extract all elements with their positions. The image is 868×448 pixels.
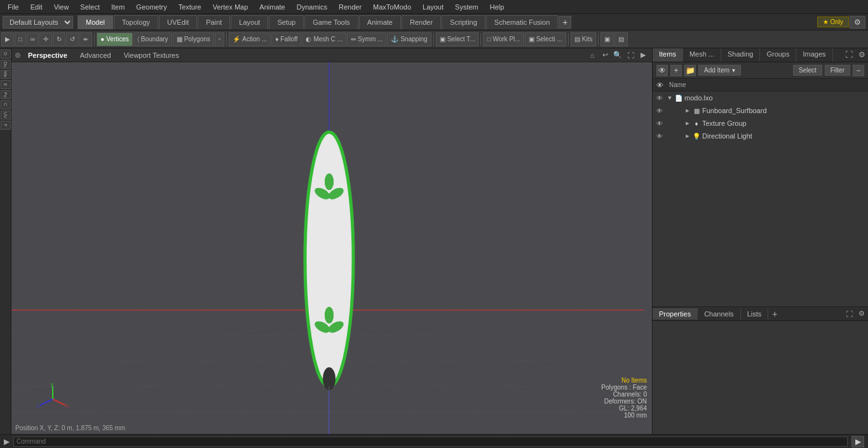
tab-scripting[interactable]: Scripting [442,15,485,29]
tab-paint[interactable]: Paint [198,15,230,29]
items-filter-button[interactable]: Filter [825,65,850,76]
menu-help[interactable]: Help [485,2,510,12]
vp-icon-expand[interactable]: ⛶ [625,50,635,60]
menu-animate[interactable]: Animate [254,2,290,12]
lt-f[interactable]: F [1,121,11,130]
menu-layout[interactable]: Layout [417,2,449,12]
lt-mesh[interactable]: Me [1,70,11,79]
viewport-tab-perspective[interactable]: Perspective [23,50,72,60]
viewport-tab-advanced[interactable]: Advanced [75,50,116,60]
tab-topology[interactable]: Topology [114,15,158,29]
items-gear-btn[interactable]: ⚙ [855,48,868,61]
menu-texture[interactable]: Texture [173,2,207,12]
menu-maxtomodo[interactable]: MaxToModo [368,2,416,12]
props-add-button[interactable]: + [768,308,781,320]
menu-dynamics[interactable]: Dynamics [292,2,332,12]
tab-channels[interactable]: Channels [698,308,740,320]
menu-render[interactable]: Render [334,2,367,12]
tool-select-arrow[interactable]: ▶ [1,32,14,46]
tab-properties[interactable]: Properties [653,308,698,320]
cmd-send-button[interactable]: ▶ [851,436,864,447]
item-expand-1[interactable]: ► [684,106,691,115]
tool-view2[interactable]: ▤ [614,32,628,46]
tool-scale[interactable]: ↞ [79,32,92,46]
lt-dup[interactable]: Du [1,60,11,69]
tab-render[interactable]: Render [402,15,441,29]
tab-animate[interactable]: Animate [359,15,401,29]
viewport-dot[interactable] [15,53,20,58]
item-expand-0[interactable]: ▼ [667,93,673,102]
viewport-tab-textures[interactable]: Viewport Textures [119,50,184,60]
lt-d[interactable]: D [1,50,11,58]
vp-icon-zoom[interactable]: 🔍 [613,50,623,60]
lt-e[interactable]: E [1,80,11,89]
menu-select[interactable]: Select [75,2,105,12]
tool-vertices[interactable]: ● Vertices [97,32,133,46]
items-folder-icon[interactable]: 📁 [684,65,696,76]
tool-rotate-cw[interactable]: ↻ [53,32,65,46]
layout-star-button[interactable]: ★ Only [817,17,849,27]
items-eye-toggle[interactable]: 👁 [656,65,668,76]
items-select-button[interactable]: Select [793,65,822,76]
tool-select-t[interactable]: ▣ Select T... [436,32,479,46]
tool-selecti[interactable]: ▣ Selecti ... [525,32,566,46]
items-expand-btn[interactable]: ⛶ [843,48,855,61]
vp-icon-home[interactable]: ⌂ [587,50,597,60]
tab-model[interactable]: Model [78,15,113,29]
item-eye-3[interactable]: 👁 [655,132,664,140]
item-eye-2[interactable]: 👁 [655,119,664,128]
tab-gametools[interactable]: Game Tools [304,15,358,29]
menu-file[interactable]: File [3,2,24,12]
layout-gear-button[interactable]: ⚙ [850,16,865,29]
tab-items[interactable]: Items [653,48,683,62]
menu-vertexmap[interactable]: Vertex Map [208,2,254,12]
lt-c[interactable]: C [1,100,11,109]
layout-select[interactable]: Default Layouts [3,16,73,29]
tool-action[interactable]: ⚡ Action ... [229,32,271,46]
command-input[interactable] [13,437,848,447]
items-minus-btn[interactable]: − [853,65,864,76]
tool-move[interactable]: ✛ [39,32,52,46]
tool-symm[interactable]: ⇔ Symm ... [347,32,386,46]
lt-pol[interactable]: Po [1,90,11,99]
props-gear-btn[interactable]: ⚙ [855,308,868,320]
items-add-icon[interactable]: + [670,65,682,76]
list-item[interactable]: 👁 ► ▩ Funboard_Surfboard [653,104,868,117]
tab-mesh[interactable]: Mesh ... [683,48,721,62]
tab-schematic-fusion[interactable]: Schematic Fusion [486,15,558,29]
tool-rotate-ccw[interactable]: ↺ [66,32,79,46]
lt-uv[interactable]: UV [1,111,11,119]
tab-setup[interactable]: Setup [269,15,304,29]
item-eye-1[interactable]: 👁 [655,106,664,115]
tab-uvedit[interactable]: UVEdit [159,15,197,29]
tool-falloff[interactable]: ♦ Falloff [271,32,301,46]
item-expand-2[interactable]: ► [684,119,691,128]
vp-icon-undo[interactable]: ↩ [600,50,610,60]
layout-add-button[interactable]: + [559,16,571,29]
tab-shading[interactable]: Shading [721,48,760,62]
tool-work-pl[interactable]: □ Work Pl... [483,32,524,46]
tool-select-rect[interactable]: □ [15,32,26,46]
menu-view[interactable]: View [49,2,74,12]
vp-icon-play[interactable]: ▶ [638,50,648,60]
tool-mesh-c[interactable]: ◐ Mesh C ... [302,32,346,46]
item-expand-3[interactable]: ► [684,132,691,140]
tool-drop[interactable]: ▫ [215,32,225,46]
item-eye-0[interactable]: 👁 [655,93,664,102]
tab-images[interactable]: Images [796,48,832,62]
menu-system[interactable]: System [450,2,484,12]
tool-view1[interactable]: ▣ [600,32,614,46]
tool-kits[interactable]: ▤ Kits [571,32,597,46]
items-add-button[interactable]: Add Item ▾ [698,65,741,76]
list-item[interactable]: 👁 ▼ 📄 modo.lxo [653,92,868,104]
tab-lists[interactable]: Lists [741,308,769,320]
props-expand-btn[interactable]: ⛶ [843,308,855,320]
bottom-arrow[interactable]: ▶ [4,437,10,446]
menu-geometry[interactable]: Geometry [131,2,172,12]
tab-groups[interactable]: Groups [760,48,796,62]
menu-edit[interactable]: Edit [25,2,48,12]
tool-polygons[interactable]: ▩ Polygons [173,32,214,46]
tool-snapping[interactable]: ⚓ Snapping [387,32,431,46]
tab-layout[interactable]: Layout [231,15,268,29]
menu-item[interactable]: Item [106,2,130,12]
